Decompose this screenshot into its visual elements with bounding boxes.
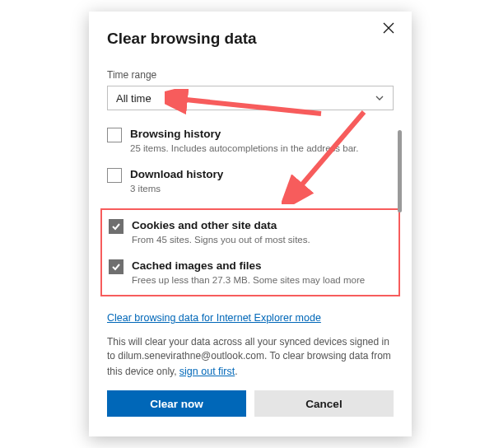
options-list: Browsing history 25 items. Includes auto… [107,127,394,296]
option-title: Cached images and files [132,259,392,273]
ie-mode-link[interactable]: Clear browsing data for Internet Explore… [107,312,321,324]
sync-note: This will clear your data across all you… [107,335,394,379]
button-row: Clear now Cancel [107,390,394,417]
time-range-value: All time [116,92,151,105]
check-icon [111,262,121,272]
option-desc: 25 items. Includes autocompletions in th… [130,142,394,155]
option-download-history: Download history 3 items [107,167,394,194]
clear-browsing-data-dialog: Clear browsing data Time range All time … [89,12,412,436]
dialog-title: Clear browsing data [107,30,394,48]
checkbox-download-history[interactable] [107,168,122,183]
scrollbar-thumb[interactable] [398,130,402,212]
time-range-select[interactable]: All time [107,86,394,110]
annotation-highlight-box: Cookies and other site data From 45 site… [100,208,400,296]
time-range-label: Time range [107,69,394,81]
option-cookies: Cookies and other site data From 45 site… [109,218,392,245]
clear-now-button[interactable]: Clear now [107,390,246,417]
option-desc: Frees up less than 27.3 MB. Some sites m… [132,274,392,287]
check-icon [111,222,121,231]
sign-out-link[interactable]: sign out first [179,366,235,377]
note-suffix: . [235,366,237,377]
option-browsing-history: Browsing history 25 items. Includes auto… [107,127,394,154]
chevron-down-icon [375,93,384,103]
close-icon [382,21,395,35]
option-title: Browsing history [130,127,394,142]
option-title: Cookies and other site data [132,218,392,233]
option-desc: 3 items [130,183,394,195]
checkbox-browsing-history[interactable] [107,128,122,142]
option-desc: From 45 sites. Signs you out of most sit… [132,234,392,246]
checkbox-cookies[interactable] [109,219,124,234]
option-cache: Cached images and files Frees up less th… [109,259,392,286]
note-text: This will clear your data across all you… [107,336,391,377]
cancel-button[interactable]: Cancel [254,390,394,417]
close-button[interactable] [382,21,400,40]
option-title: Download history [130,167,394,182]
checkbox-cache[interactable] [109,259,124,274]
